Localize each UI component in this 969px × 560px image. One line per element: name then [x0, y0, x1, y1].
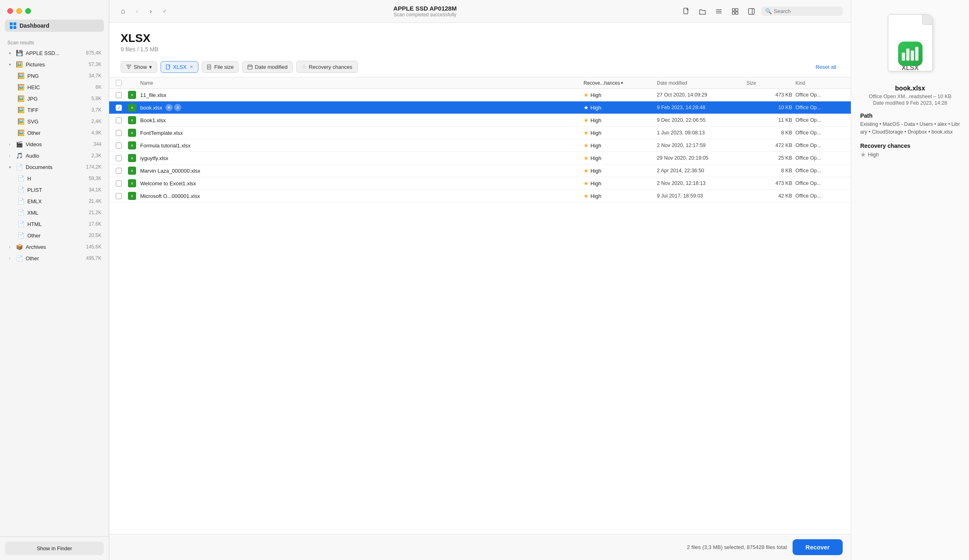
row-checkbox[interactable] — [116, 168, 122, 174]
recovery-chances-filter-button[interactable]: ☆ Recovery chances — [296, 61, 358, 73]
grid-view-button[interactable] — [729, 5, 742, 18]
svg-rect-7 — [736, 12, 738, 14]
row-checkbox[interactable] — [116, 180, 122, 187]
row-checkbox[interactable] — [116, 193, 122, 199]
xml-icon: 📄 — [17, 209, 24, 216]
maximize-button[interactable] — [25, 8, 31, 14]
show-filter-chevron: ▾ — [149, 64, 152, 70]
file-name: Marvin Laza_000000.xlsx — [140, 168, 584, 174]
file-badges: 👁 # — [165, 104, 181, 111]
sidebar-item-apple-ssd[interactable]: ▾ 💾 APPLE SSD... 875,4K — [2, 48, 106, 58]
svg-rect-17 — [248, 65, 252, 69]
sidebar-item-png[interactable]: 🖼️ PNG 34,7K — [2, 70, 106, 81]
search-input[interactable] — [774, 8, 835, 14]
minimize-button[interactable] — [16, 8, 22, 14]
xlsx-filter-button[interactable]: XLSX ✕ — [161, 61, 198, 73]
list-view-button[interactable] — [712, 5, 725, 18]
forward-button[interactable]: › — [145, 6, 156, 17]
dashboard-button[interactable]: Dashboard — [5, 20, 104, 32]
reset-all-button[interactable]: Reset all — [812, 61, 839, 72]
recover-button[interactable]: Recover — [793, 539, 843, 555]
table-row[interactable]: X Marvin Laza_000000.xlsx ★ High 2 Apr 2… — [109, 165, 851, 177]
panel-button[interactable] — [745, 5, 758, 18]
toolbar: ⌂ ‹ › ✓ APPLE SSD AP0128M Scan completed… — [109, 0, 851, 23]
sidebar-item-documents[interactable]: ▾ 📄 Documents 174,2K — [2, 162, 106, 172]
header-name[interactable]: Name — [140, 80, 584, 86]
sidebar-item-audio[interactable]: › 🎵 Audio 2,3K — [2, 150, 106, 161]
date-modified-filter-button[interactable]: Date modified — [242, 61, 293, 73]
sidebar-item-h[interactable]: 📄 H 59,3K — [2, 173, 106, 184]
header-date[interactable]: Date modified — [657, 80, 747, 86]
png-icon: 🖼️ — [17, 72, 24, 79]
back-button[interactable]: ‹ — [131, 6, 143, 17]
check-button[interactable]: ✓ — [159, 6, 170, 17]
sidebar-item-label: Videos — [26, 141, 92, 147]
sidebar-item-tiff[interactable]: 🖼️ TIFF 3,7K — [2, 105, 106, 115]
sidebar-item-count: 34,7K — [89, 73, 101, 79]
svg-rect-1 — [716, 9, 722, 10]
xlsx-filter-close[interactable]: ✕ — [189, 64, 193, 70]
row-checkbox[interactable] — [116, 105, 122, 111]
file-type-icon: X — [128, 103, 136, 112]
new-file-button[interactable] — [680, 5, 693, 18]
sidebar-item-pictures[interactable]: ▾ 🖼️ Pictures 57,3K — [2, 59, 106, 70]
home-button[interactable]: ⌂ — [117, 6, 129, 17]
sidebar-item-plist[interactable]: 📄 PLIST 34,1K — [2, 184, 106, 195]
table-row[interactable]: X 11_file.xlsx ★ High 27 Oct 2020, 14:09… — [109, 89, 851, 101]
row-checkbox[interactable] — [116, 92, 122, 98]
recovery-text: High — [590, 143, 601, 149]
header-recovery[interactable]: Recove...hances ▾ — [584, 80, 657, 86]
table-row[interactable]: X iyguytfy.xlsx ★ High 29 Nov 2020, 20:1… — [109, 152, 851, 165]
header-kind[interactable]: Kind — [795, 80, 844, 86]
file-date: 1 Jun 2023, 09:08:13 — [657, 130, 747, 136]
table-row[interactable]: X Book1.xlsx ★ High 9 Dec 2020, 22:06:55… — [109, 114, 851, 127]
file-name: book.xlsx 👁 # — [140, 104, 584, 111]
preview-container: XLSX — [884, 12, 937, 77]
table-row[interactable]: X Microsoft O...000001.xlsx ★ High 9 Jul… — [109, 190, 851, 202]
table-row[interactable]: X book.xlsx 👁 # ★ High 9 Feb 2023, 14:28… — [109, 101, 851, 114]
sidebar-item-svg[interactable]: 🖼️ SVG 2,4K — [2, 116, 106, 127]
xlsx-filter-label: XLSX — [173, 64, 187, 70]
row-checkbox[interactable] — [116, 130, 122, 136]
header-size[interactable]: Size — [747, 80, 795, 86]
file-type-icon: X — [128, 154, 136, 162]
file-kind: Office Op... — [795, 143, 844, 148]
svg-icon: 🖼️ — [17, 118, 24, 125]
header-checkbox[interactable] — [116, 80, 128, 86]
other-pics-icon: 🖼️ — [17, 129, 24, 136]
detail-recovery-value: ★ High — [860, 151, 879, 158]
row-checkbox[interactable] — [116, 117, 122, 123]
sidebar-item-jpg[interactable]: 🖼️ JPG 5,8K — [2, 93, 106, 104]
sidebar-item-emlx[interactable]: 📄 EMLX 21,4K — [2, 196, 106, 206]
sidebar-item-other-main[interactable]: › 📄 Other 495,7K — [2, 253, 106, 264]
sidebar-item-other-pics[interactable]: 🖼️ Other 4,9K — [2, 127, 106, 138]
recovery-text: High — [590, 130, 601, 136]
star-icon: ★ — [584, 167, 589, 174]
sort-arrow: ▾ — [621, 81, 623, 85]
audio-icon: 🎵 — [15, 152, 23, 159]
sidebar-item-html[interactable]: 📄 HTML 17,6K — [2, 219, 106, 229]
content-header: XLSX 9 files / 1,5 MB — [109, 23, 851, 57]
close-button[interactable] — [7, 8, 13, 14]
folder-button[interactable] — [696, 5, 709, 18]
file-type-icon: X — [128, 179, 136, 187]
row-checkbox[interactable] — [116, 155, 122, 161]
sidebar-item-other-docs[interactable]: 📄 Other 20,5K — [2, 230, 106, 241]
row-checkbox[interactable] — [116, 143, 122, 149]
file-size-filter-button[interactable]: File size — [202, 61, 239, 73]
file-date: 9 Dec 2020, 22:06:55 — [657, 117, 747, 123]
show-in-finder-button[interactable]: Show in Finder — [5, 542, 104, 555]
file-name: iyguytfy.xlsx — [140, 155, 584, 161]
svg-rect-14 — [207, 65, 211, 69]
sidebar-item-videos[interactable]: › 🎬 Videos 344 — [2, 139, 106, 149]
expand-arrow: ▾ — [9, 51, 14, 55]
dashboard-icon — [10, 22, 16, 29]
show-filter-button[interactable]: Show ▾ — [121, 61, 157, 73]
table-row[interactable]: X Formula tutorial1.xlsx ★ High 2 Nov 20… — [109, 139, 851, 152]
sidebar-item-xml[interactable]: 📄 XML 21,2K — [2, 207, 106, 218]
table-row[interactable]: X Welcome to Excel1.xlsx ★ High 2 Nov 20… — [109, 177, 851, 190]
sidebar-item-label: HEIC — [27, 84, 94, 90]
sidebar-item-archives[interactable]: › 📦 Archives 145,6K — [2, 242, 106, 252]
sidebar-item-heic[interactable]: 🖼️ HEIC 6K — [2, 82, 106, 92]
table-row[interactable]: X FontTemplate.xlsx ★ High 1 Jun 2023, 0… — [109, 127, 851, 139]
